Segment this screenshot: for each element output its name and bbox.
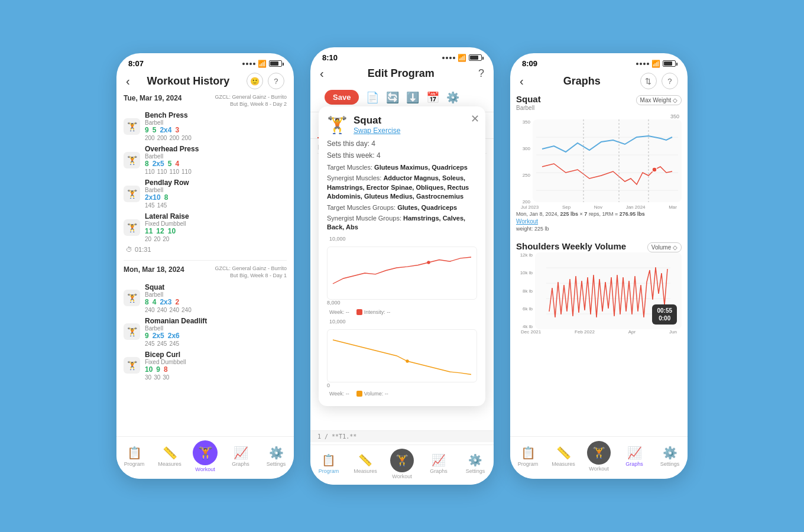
wifi-icon-3: 📶: [651, 60, 660, 68]
measures-icon-3: 📏: [556, 446, 571, 460]
copy-icon[interactable]: 📄: [366, 91, 379, 104]
bottom-nav-1: 📋 Program 📏 Measures 🏋 Workout 📈 Graphs …: [116, 436, 294, 479]
pendlay-icon: 🏋: [124, 186, 140, 202]
settings-nav-icon: ⚙️: [269, 446, 284, 460]
nav-graphs-1[interactable]: 📈 Graphs: [223, 446, 258, 467]
modal-synergist-groups: Synergist Muscle Groups: Hamstrings, Cal…: [327, 214, 477, 232]
program-label-2-nav: Program: [319, 468, 339, 474]
nav-measures-2[interactable]: 📏 Measures: [347, 453, 384, 474]
workout-nav-label: Workout: [195, 466, 215, 472]
help-icon-3[interactable]: ?: [662, 73, 678, 89]
bench-set-2: 5: [153, 126, 157, 134]
nav-workout-1[interactable]: 🏋 Workout: [187, 440, 223, 472]
nav-program-3[interactable]: 📋 Program: [510, 446, 546, 467]
rdl-info: Romanian Deadlift Barbell 9 2x5 2x6 245 …: [145, 317, 287, 347]
rdl-icon: 🏋: [124, 323, 140, 340]
program-icon-2: 📋: [322, 453, 336, 467]
filter-icon[interactable]: ⇅: [640, 73, 657, 89]
save-button[interactable]: Save: [325, 90, 359, 105]
gear-icon-2[interactable]: ⚙️: [446, 91, 459, 104]
ohp-info: Overhead Press Barbell 8 2x5 5 4 110 110…: [145, 145, 287, 175]
pendlay-name: Pendlay Row: [145, 179, 287, 187]
smiley-icon[interactable]: 🙂: [247, 73, 263, 89]
bench-info: Bench Press Barbell 9 5 2x4 3 200 200 20…: [145, 111, 287, 141]
graphs-label-2: Graphs: [430, 468, 448, 474]
graphs-nav-label: Graphs: [232, 461, 249, 467]
squat-y-max: 350: [670, 113, 679, 119]
squat-modal: ✕ 🏋 Squat Swap Exercise Sets this day: 4…: [319, 106, 485, 406]
settings-label-2: Settings: [466, 468, 485, 474]
code-bar: 1 / **T1.**: [310, 430, 494, 442]
help-icon-2[interactable]: ?: [478, 67, 484, 80]
workout-link[interactable]: Workout: [516, 218, 538, 225]
program-nav-icon: 📋: [127, 446, 142, 460]
squat-graph-section: Squat Barbell Max Weight ◇ 350 350 300 2…: [516, 94, 682, 232]
lateral-name: Lateral Raise: [145, 212, 287, 220]
nav-program-1[interactable]: 📋 Program: [116, 446, 152, 467]
workout-label-3: Workout: [589, 466, 608, 472]
volume-dropdown[interactable]: Volume ◇: [647, 242, 682, 252]
exercise-row-pendlay: 🏋 Pendlay Row Barbell 2x10 8 145 145: [124, 179, 287, 209]
modal-header: 🏋 Squat Swap Exercise: [327, 115, 477, 135]
modal-close-button[interactable]: ✕: [471, 112, 479, 125]
weight-note: weight: 225 lb: [516, 226, 682, 232]
nav-settings-3[interactable]: ⚙️ Settings: [652, 446, 688, 467]
exercise-row-bicep: 🏋 Bicep Curl Fixed Dumbbell 10 9 8 30 30: [124, 351, 287, 381]
help-icon-1[interactable]: ?: [268, 73, 284, 89]
bicep-info: Bicep Curl Fixed Dumbbell 10 9 8 30 30 3…: [145, 351, 287, 381]
bench-set-4: 3: [175, 126, 179, 134]
back-button-3[interactable]: ‹: [520, 74, 524, 88]
time-2: 8:10: [322, 53, 338, 62]
program-label-2: GZCL: General Gainz - BurritoBut Big, We…: [215, 265, 287, 279]
pendlay-info: Pendlay Row Barbell 2x10 8 145 145: [145, 179, 287, 209]
date-section-2: Mon, Mar 18, 2024 GZCL: General Gainz - …: [124, 265, 287, 380]
max-weight-dropdown[interactable]: Max Weight ◇: [636, 95, 682, 105]
date-section-1: Tue, Mar 19, 2024 GZCL: General Gainz - …: [124, 94, 287, 253]
nav-program-2[interactable]: 📋 Program: [310, 453, 347, 474]
edit-program-header: ‹ Edit Program ?: [310, 64, 494, 85]
back-button-2[interactable]: ‹: [320, 67, 324, 80]
squat-graph-note: Mon, Jan 8, 2024, 225 lbs × 7 reps, 1RM …: [516, 211, 682, 217]
timer-icon-1: ⏱: [126, 246, 132, 253]
measures-label-3: Measures: [552, 461, 575, 467]
back-button-1[interactable]: ‹: [126, 74, 130, 88]
nav-workout-3[interactable]: 🏋 Workout: [581, 441, 617, 472]
phone-edit-program: 8:10 📶 ‹ Edit Program ? Save 📄 🔄 ⬇️ 📅 ⚙️: [310, 47, 494, 485]
squat-x-labels: Jul 2023SepNovJan 2024Mar: [516, 205, 682, 210]
rdl-name: Romanian Deadlift: [145, 317, 287, 325]
squat-chart-box: [533, 119, 682, 202]
nav-graphs-2[interactable]: 📈 Graphs: [420, 453, 457, 474]
program-label-1: GZCL: General Gainz - BurritoBut Big, We…: [215, 94, 287, 108]
ohp-name: Overhead Press: [145, 145, 287, 153]
chart2-y-max: 10,000: [329, 319, 346, 325]
exercise-row-lateral: 🏋 Lateral Raise Fixed Dumbbell 11 12 10 …: [124, 212, 287, 242]
swap-icon[interactable]: 🔄: [386, 91, 399, 104]
download-icon[interactable]: ⬇️: [406, 91, 419, 104]
settings-nav-label: Settings: [267, 461, 286, 467]
squat-info: Squat Barbell 8 4 2x3 2 240 240 240 2: [145, 283, 287, 313]
squat-name: Squat: [145, 283, 287, 291]
nav-workout-2[interactable]: 🏋 Workout: [384, 449, 420, 479]
settings-icon-2: ⚙️: [468, 453, 482, 467]
bench-set-3: 2x4: [160, 126, 171, 134]
chart1-y-min: 8,000: [327, 300, 341, 306]
chart1-y-max: 10,000: [329, 236, 346, 242]
modal-target-muscles: Target Muscles: Gluteus Maximus, Quadric…: [327, 163, 477, 172]
measures-icon-2: 📏: [358, 453, 372, 467]
modal-target-groups: Target Muscles Groups: Glutes, Quadricep…: [327, 203, 477, 212]
graphs-header: ‹ Graphs ⇅ ?: [510, 70, 688, 94]
nav-measures-3[interactable]: 📏 Measures: [546, 446, 581, 467]
timer-val-1: 01:31: [135, 246, 151, 253]
nav-measures-1[interactable]: 📏 Measures: [152, 446, 187, 467]
status-icons-1: 📶: [242, 60, 282, 68]
time-3: 8:09: [522, 59, 537, 68]
nav-graphs-3[interactable]: 📈 Graphs: [617, 446, 652, 467]
squat-icon: 🏋: [124, 290, 140, 306]
nav-settings-1[interactable]: ⚙️ Settings: [258, 446, 294, 467]
intensity-legend: Intensity: --: [356, 309, 391, 315]
calendar-icon[interactable]: 📅: [426, 91, 439, 104]
bicep-sub: Fixed Dumbbell: [145, 359, 287, 365]
nav-settings-2[interactable]: ⚙️ Settings: [457, 453, 494, 474]
swap-exercise-link[interactable]: Swap Exercise: [354, 126, 400, 135]
workout-history-header: ‹ Workout History 🙂 ?: [116, 70, 294, 94]
